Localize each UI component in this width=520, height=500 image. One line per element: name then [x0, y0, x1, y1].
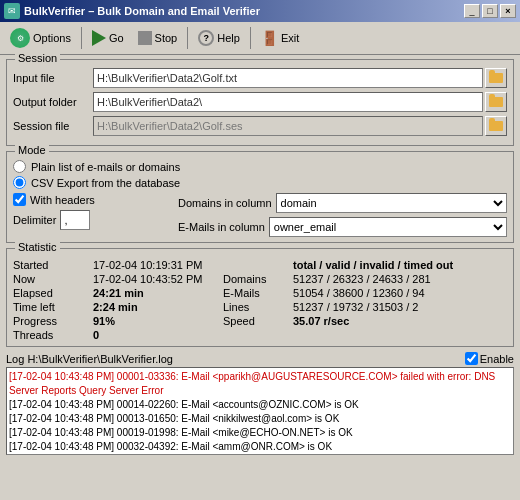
domains-stat: 51237 / 26323 / 24633 / 281: [293, 273, 507, 285]
toolbar-separator-3: [250, 27, 251, 49]
log-line: [17-02-04 10:43:48 PM] 00019-01998: E-Ma…: [9, 426, 511, 440]
help-icon: ?: [198, 30, 214, 46]
help-label: Help: [217, 32, 240, 44]
window-controls: _ □ ×: [464, 4, 516, 18]
threads-value: 0: [93, 329, 223, 341]
log-line: [17-02-04 10:43:48 PM] 00013-01650: E-Ma…: [9, 412, 511, 426]
output-folder-label: Output folder: [13, 96, 93, 108]
minimize-button[interactable]: _: [464, 4, 480, 18]
delimiter-row: Delimiter: [13, 210, 173, 230]
log-enable-checkbox[interactable]: [465, 352, 478, 365]
elapsed-label: Elapsed: [13, 287, 93, 299]
log-enable-row: Enable: [465, 352, 514, 365]
exit-button[interactable]: 🚪 Exit: [255, 27, 305, 49]
title-bar: ✉ BulkVerifier – Bulk Domain and Email V…: [0, 0, 520, 22]
threads-label: Threads: [13, 329, 93, 341]
session-group: Session Input file Output folder Session…: [6, 59, 514, 146]
stop-icon: [138, 31, 152, 45]
mode-left-col: With headers Delimiter: [13, 193, 173, 237]
session-group-label: Session: [15, 52, 60, 64]
options-button[interactable]: ⚙ Options: [4, 25, 77, 51]
speed-stat: 35.07 r/sec: [293, 315, 507, 327]
lines-stat: 51237 / 19732 / 31503 / 2: [293, 301, 507, 313]
radio-csv-row: CSV Export from the database: [13, 176, 507, 189]
log-enable-label: Enable: [480, 353, 514, 365]
headers-checkbox-row: With headers: [13, 193, 173, 206]
exit-icon: 🚪: [261, 30, 278, 46]
input-file-field[interactable]: [93, 68, 483, 88]
mode-right-col: Domains in column domain E-Mails in colu…: [178, 193, 507, 237]
log-section: Log H:\BulkVerifier\BulkVerifier.log Ena…: [6, 352, 514, 455]
folder-icon-3: [489, 121, 503, 131]
total-header-spacer: [223, 259, 293, 271]
folder-icon-2: [489, 97, 503, 107]
mode-options-grid: With headers Delimiter Domains in column…: [13, 193, 507, 237]
time-left-label: Time left: [13, 301, 93, 313]
stop-button[interactable]: Stop: [132, 28, 184, 48]
now-value: 17-02-04 10:43:52 PM: [93, 273, 223, 285]
total-header: total / valid / invalid / timed out: [293, 259, 507, 271]
input-file-browse-button[interactable]: [485, 68, 507, 88]
main-content: Session Input file Output folder Session…: [0, 55, 520, 459]
now-label: Now: [13, 273, 93, 285]
input-file-row: Input file: [13, 68, 507, 88]
delimiter-label: Delimiter: [13, 214, 56, 226]
emails-col3-label: E-Mails: [223, 287, 293, 299]
help-button[interactable]: ? Help: [192, 27, 246, 49]
elapsed-value: 24:21 min: [93, 287, 223, 299]
emails-stat: 51054 / 38600 / 12360 / 94: [293, 287, 507, 299]
go-button[interactable]: Go: [86, 27, 130, 49]
log-line: [17-02-04 10:43:48 PM] 00032-04392: E-Ma…: [9, 440, 511, 454]
options-label: Options: [33, 32, 71, 44]
mode-group-label: Mode: [15, 144, 49, 156]
log-box[interactable]: [17-02-04 10:43:48 PM] 00001-03336: E-Ma…: [6, 367, 514, 455]
session-file-browse-button[interactable]: [485, 116, 507, 136]
maximize-button[interactable]: □: [482, 4, 498, 18]
toolbar-separator-2: [187, 27, 188, 49]
domains-col3-label: Domains: [223, 273, 293, 285]
log-line: [17-02-04 10:43:48 PM] 00014-02260: E-Ma…: [9, 398, 511, 412]
log-header: Log H:\BulkVerifier\BulkVerifier.log Ena…: [6, 352, 514, 365]
app-icon: ✉: [4, 3, 20, 19]
emails-col-row: E-Mails in column owner_email: [178, 217, 507, 237]
emails-col-select[interactable]: owner_email: [269, 217, 507, 237]
started-label: Started: [13, 259, 93, 271]
statistic-group-label: Statistic: [15, 241, 60, 253]
delimiter-input[interactable]: [60, 210, 90, 230]
radio-plain[interactable]: [13, 160, 26, 173]
go-icon: [92, 30, 106, 46]
output-folder-browse-button[interactable]: [485, 92, 507, 112]
close-button[interactable]: ×: [500, 4, 516, 18]
options-icon: ⚙: [10, 28, 30, 48]
session-file-row: Session file: [13, 116, 507, 136]
output-folder-row: Output folder: [13, 92, 507, 112]
time-left-value: 2:24 min: [93, 301, 223, 313]
lines-col3-label: Lines: [223, 301, 293, 313]
progress-value: 91%: [93, 315, 223, 327]
output-folder-field[interactable]: [93, 92, 483, 112]
go-label: Go: [109, 32, 124, 44]
stop-label: Stop: [155, 32, 178, 44]
window-title: BulkVerifier – Bulk Domain and Email Ver…: [24, 5, 260, 17]
session-file-field[interactable]: [93, 116, 483, 136]
domains-col-select[interactable]: domain: [276, 193, 507, 213]
folder-icon: [489, 73, 503, 83]
session-file-label: Session file: [13, 120, 93, 132]
log-line: [17-02-04 10:43:48 PM] 00001-03336: E-Ma…: [9, 370, 511, 398]
radio-plain-row: Plain list of e-mails or domains: [13, 160, 507, 173]
input-file-label: Input file: [13, 72, 93, 84]
headers-checkbox[interactable]: [13, 193, 26, 206]
domains-col-label: Domains in column: [178, 197, 272, 209]
log-label: Log H:\BulkVerifier\BulkVerifier.log: [6, 353, 173, 365]
progress-label: Progress: [13, 315, 93, 327]
headers-label: With headers: [30, 194, 95, 206]
speed-col3-label: Speed: [223, 315, 293, 327]
started-value: 17-02-04 10:19:31 PM: [93, 259, 223, 271]
domains-col-row: Domains in column domain: [178, 193, 507, 213]
exit-label: Exit: [281, 32, 299, 44]
statistic-group: Statistic Started 17-02-04 10:19:31 PM t…: [6, 248, 514, 347]
emails-col-label: E-Mails in column: [178, 221, 265, 233]
radio-plain-label: Plain list of e-mails or domains: [31, 161, 180, 173]
stat-grid: Started 17-02-04 10:19:31 PM total / val…: [13, 259, 507, 341]
radio-csv[interactable]: [13, 176, 26, 189]
